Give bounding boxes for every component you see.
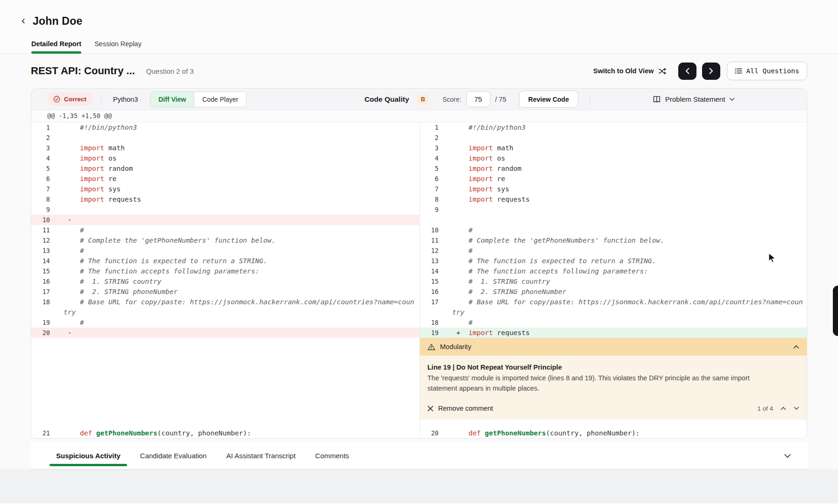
code-text: # bbox=[64, 225, 416, 235]
diff-line: 15 # 1. STRING country bbox=[420, 276, 807, 287]
line-number: 3 bbox=[420, 143, 439, 153]
line-number: 7 bbox=[420, 184, 439, 194]
code-text: # bbox=[64, 245, 416, 256]
code-text: # bbox=[452, 317, 804, 328]
collapse-comment-chevron[interactable] bbox=[793, 345, 799, 349]
comment-title: Line 19 | Do Not Repeat Yourself Princip… bbox=[427, 364, 799, 371]
code-text: import re bbox=[452, 174, 804, 184]
line-number: 6 bbox=[420, 174, 439, 184]
language-label: Python3 bbox=[113, 96, 138, 103]
diff-right-column: 1 #!/bin/python323 import math4 import o… bbox=[419, 122, 807, 438]
code-text: import requests bbox=[452, 194, 804, 204]
code-quality-comment-panel: Modularity Line 19 | Do Not Repeat Yours… bbox=[420, 338, 807, 420]
all-questions-button[interactable]: All Questions bbox=[727, 62, 808, 80]
code-text: # bbox=[452, 225, 804, 235]
diff-right-lines: 1 #!/bin/python323 import math4 import o… bbox=[420, 122, 807, 338]
line-number: 2 bbox=[420, 133, 439, 143]
bottom-tabs: Suspicious ActivityCandidate EvaluationA… bbox=[56, 442, 369, 469]
diff-line: 14 # The function accepts following para… bbox=[420, 266, 807, 276]
problem-statement-dropdown[interactable]: Problem Statement bbox=[653, 95, 735, 103]
review-code-button[interactable]: Review Code bbox=[519, 91, 578, 108]
code-text: # bbox=[64, 317, 416, 328]
code-text bbox=[64, 133, 416, 143]
tab-detailed-report[interactable]: Detailed Report bbox=[31, 40, 81, 53]
code-text: # 2. STRING phoneNumber bbox=[64, 287, 416, 297]
report-toolbar: Correct Python3 Diff ViewCode Player Cod… bbox=[31, 89, 807, 110]
book-icon bbox=[653, 96, 661, 103]
bottom-tab-candidate-evaluation[interactable]: Candidate Evaluation bbox=[140, 442, 207, 469]
line-number: 5 bbox=[31, 163, 50, 174]
diff-view: 1 #!/bin/python323 import math4 import o… bbox=[31, 122, 807, 438]
bottom-tab-suspicious-activity[interactable]: Suspicious Activity bbox=[56, 442, 121, 469]
code-text bbox=[452, 133, 804, 143]
line-number: 1 bbox=[31, 122, 50, 133]
diff-line: 6 import re bbox=[420, 174, 807, 184]
question-title: REST API: Country ... bbox=[31, 65, 135, 77]
toolbar-divider bbox=[589, 94, 590, 105]
code-text: import os bbox=[64, 153, 416, 163]
code-text: - bbox=[64, 215, 416, 225]
line-number: 12 bbox=[420, 245, 439, 256]
code-text: import sys bbox=[452, 184, 804, 194]
bottom-tab-ai-assistant-transcript[interactable]: AI Assistant Transcript bbox=[226, 442, 295, 469]
diff-line: 18 # bbox=[420, 317, 807, 328]
code-text: # The function is expected to return a S… bbox=[64, 256, 416, 266]
bottom-tab-comments[interactable]: Comments bbox=[315, 442, 349, 469]
line-number: 11 bbox=[31, 225, 50, 235]
edge-scroll-handle[interactable] bbox=[833, 286, 838, 336]
line-number: 14 bbox=[31, 256, 50, 266]
page: ‹ John Doe Detailed ReportSession Replay… bbox=[0, 0, 838, 504]
code-text: import random bbox=[64, 163, 416, 174]
line-number: 5 bbox=[420, 163, 439, 174]
line-number: 3 bbox=[31, 143, 50, 153]
back-chevron-icon[interactable]: ‹ bbox=[21, 15, 25, 26]
remove-comment-label: Remove comment bbox=[438, 405, 493, 412]
code-quality-label: Code Quality bbox=[364, 95, 409, 104]
comment-category-header[interactable]: Modularity bbox=[420, 338, 807, 356]
line-number: 18 bbox=[420, 317, 439, 328]
code-text: # Base URL for copy/paste: https://jsonm… bbox=[452, 297, 804, 317]
tab-session-replay[interactable]: Session Replay bbox=[94, 40, 142, 53]
line-number: 10 bbox=[31, 215, 50, 225]
diff-line: 1 #!/bin/python3 bbox=[420, 122, 807, 133]
pager-up-icon[interactable] bbox=[781, 406, 786, 410]
line-number: 13 bbox=[420, 256, 439, 266]
code-text: # 1. STRING country bbox=[64, 276, 416, 287]
switch-to-old-view-link[interactable]: Switch to Old View bbox=[593, 67, 666, 75]
pager-down-icon[interactable] bbox=[794, 406, 799, 410]
prev-question-button[interactable] bbox=[678, 63, 696, 80]
score-label: Score: bbox=[442, 96, 461, 103]
code-text: # Complete the 'getPhoneNumbers' functio… bbox=[64, 235, 416, 245]
switch-to-old-view-label: Switch to Old View bbox=[593, 67, 653, 75]
diff-line: 8 import requests bbox=[420, 194, 807, 204]
code-text: import re bbox=[64, 174, 416, 184]
code-text bbox=[452, 215, 804, 225]
report-tabs: Detailed ReportSession Replay bbox=[0, 40, 838, 54]
collapse-panel-chevron[interactable] bbox=[784, 454, 791, 458]
line-number: 16 bbox=[31, 276, 50, 287]
chevron-down-icon bbox=[784, 454, 791, 458]
view-tab-code-player[interactable]: Code Player bbox=[194, 92, 246, 107]
line-number: 13 bbox=[31, 245, 50, 256]
diff-line: 17 # Base URL for copy/paste: https://js… bbox=[420, 297, 807, 317]
score-input[interactable] bbox=[466, 91, 490, 107]
check-circle-icon bbox=[53, 96, 60, 103]
diff-line: 5 import random bbox=[31, 163, 419, 174]
line-number: 10 bbox=[420, 225, 439, 235]
diff-line: 5 import random bbox=[420, 163, 807, 174]
comment-pager: 1 of 4 bbox=[757, 405, 799, 412]
diff-line: 11 # Complete the 'getPhoneNumbers' func… bbox=[420, 235, 807, 245]
diff-left-lines-bottom: 21 def getPhoneNumbers(country, phoneNum… bbox=[31, 428, 419, 438]
question-counter: Question 2 of 3 bbox=[146, 67, 194, 75]
comment-body: Line 19 | Do Not Repeat Yourself Princip… bbox=[420, 356, 807, 420]
candidate-name: John Doe bbox=[33, 15, 82, 28]
diff-line: 13 # The function is expected to return … bbox=[420, 256, 807, 266]
remove-comment-button[interactable]: Remove comment bbox=[427, 405, 493, 412]
diff-line: 11 # bbox=[31, 225, 419, 235]
question-bar: REST API: Country ... Question 2 of 3 Sw… bbox=[0, 54, 838, 88]
line-number: 17 bbox=[31, 287, 50, 297]
next-question-button[interactable] bbox=[702, 63, 720, 80]
line-number: 18 bbox=[31, 297, 50, 317]
line-number: 16 bbox=[420, 287, 439, 297]
view-tab-diff-view[interactable]: Diff View bbox=[150, 92, 194, 107]
